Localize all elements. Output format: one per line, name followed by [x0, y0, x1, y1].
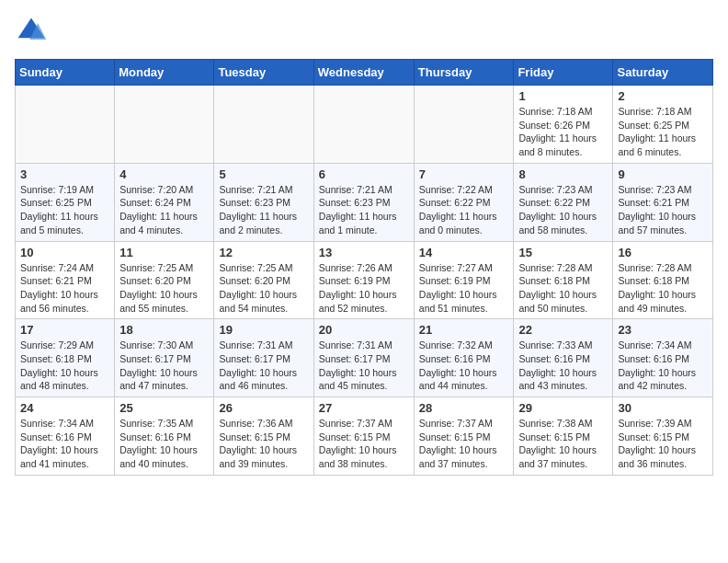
day-number: 7 — [419, 167, 509, 181]
day-number: 29 — [518, 401, 608, 415]
calendar-header-row: SundayMondayTuesdayWednesdayThursdayFrid… — [16, 60, 713, 86]
day-info: Sunrise: 7:20 AM Sunset: 6:24 PM Dayligh… — [119, 183, 209, 237]
calendar-cell — [115, 86, 214, 164]
day-number: 13 — [319, 246, 409, 259]
day-number: 9 — [618, 167, 708, 181]
day-info: Sunrise: 7:35 AM Sunset: 6:16 PM Dayligh… — [119, 417, 209, 471]
weekday-header: Tuesday — [214, 60, 313, 86]
calendar-cell: 13Sunrise: 7:26 AM Sunset: 6:19 PM Dayli… — [313, 241, 414, 319]
day-number: 8 — [518, 167, 608, 181]
weekday-header: Saturday — [613, 60, 713, 86]
day-number: 6 — [319, 167, 409, 181]
calendar-cell: 5Sunrise: 7:21 AM Sunset: 6:23 PM Daylig… — [214, 163, 313, 241]
calendar-cell — [214, 86, 313, 164]
weekday-header: Wednesday — [313, 60, 414, 86]
day-info: Sunrise: 7:31 AM Sunset: 6:17 PM Dayligh… — [219, 339, 308, 393]
day-number: 15 — [518, 246, 608, 259]
day-info: Sunrise: 7:37 AM Sunset: 6:15 PM Dayligh… — [319, 417, 409, 471]
calendar-cell: 10Sunrise: 7:24 AM Sunset: 6:21 PM Dayli… — [16, 241, 115, 319]
logo — [15, 15, 51, 48]
day-number: 28 — [419, 401, 509, 415]
day-number: 23 — [618, 323, 708, 337]
day-number: 3 — [20, 167, 109, 181]
calendar-cell: 9Sunrise: 7:23 AM Sunset: 6:21 PM Daylig… — [613, 163, 713, 241]
day-number: 4 — [119, 167, 209, 181]
day-number: 22 — [518, 323, 608, 337]
calendar-cell — [313, 86, 414, 164]
calendar-cell: 1Sunrise: 7:18 AM Sunset: 6:26 PM Daylig… — [514, 86, 613, 164]
day-info: Sunrise: 7:30 AM Sunset: 6:17 PM Dayligh… — [119, 339, 209, 393]
calendar-cell: 23Sunrise: 7:34 AM Sunset: 6:16 PM Dayli… — [613, 319, 713, 397]
calendar-cell: 28Sunrise: 7:37 AM Sunset: 6:15 PM Dayli… — [414, 397, 514, 476]
day-info: Sunrise: 7:25 AM Sunset: 6:20 PM Dayligh… — [219, 261, 308, 316]
calendar-cell: 25Sunrise: 7:35 AM Sunset: 6:16 PM Dayli… — [115, 397, 214, 476]
calendar-cell: 29Sunrise: 7:38 AM Sunset: 6:15 PM Dayli… — [514, 397, 613, 476]
day-number: 26 — [219, 401, 308, 415]
day-info: Sunrise: 7:21 AM Sunset: 6:23 PM Dayligh… — [219, 183, 308, 237]
day-info: Sunrise: 7:22 AM Sunset: 6:22 PM Dayligh… — [419, 183, 509, 237]
day-number: 10 — [20, 246, 109, 259]
day-number: 11 — [119, 246, 209, 259]
day-number: 5 — [219, 167, 308, 181]
calendar-cell: 15Sunrise: 7:28 AM Sunset: 6:18 PM Dayli… — [514, 241, 613, 319]
day-info: Sunrise: 7:18 AM Sunset: 6:26 PM Dayligh… — [518, 105, 608, 159]
weekday-header: Sunday — [16, 60, 115, 86]
calendar-cell: 19Sunrise: 7:31 AM Sunset: 6:17 PM Dayli… — [214, 319, 313, 397]
day-number: 19 — [219, 323, 308, 337]
calendar-cell: 20Sunrise: 7:31 AM Sunset: 6:17 PM Dayli… — [313, 319, 414, 397]
day-info: Sunrise: 7:28 AM Sunset: 6:18 PM Dayligh… — [518, 261, 608, 316]
day-info: Sunrise: 7:18 AM Sunset: 6:25 PM Dayligh… — [618, 105, 708, 159]
calendar-cell — [16, 86, 115, 164]
calendar-week-row: 3Sunrise: 7:19 AM Sunset: 6:25 PM Daylig… — [16, 163, 713, 241]
day-info: Sunrise: 7:19 AM Sunset: 6:25 PM Dayligh… — [20, 183, 109, 237]
calendar-cell: 2Sunrise: 7:18 AM Sunset: 6:25 PM Daylig… — [613, 86, 713, 164]
calendar-cell: 30Sunrise: 7:39 AM Sunset: 6:15 PM Dayli… — [613, 397, 713, 476]
day-number: 20 — [319, 323, 409, 337]
day-info: Sunrise: 7:28 AM Sunset: 6:18 PM Dayligh… — [618, 261, 708, 316]
day-info: Sunrise: 7:21 AM Sunset: 6:23 PM Dayligh… — [319, 183, 409, 237]
weekday-header: Thursday — [414, 60, 514, 86]
calendar-cell: 16Sunrise: 7:28 AM Sunset: 6:18 PM Dayli… — [613, 241, 713, 319]
calendar-cell: 11Sunrise: 7:25 AM Sunset: 6:20 PM Dayli… — [115, 241, 214, 319]
calendar-table: SundayMondayTuesdayWednesdayThursdayFrid… — [15, 59, 713, 476]
day-info: Sunrise: 7:33 AM Sunset: 6:16 PM Dayligh… — [518, 339, 608, 393]
calendar-cell: 4Sunrise: 7:20 AM Sunset: 6:24 PM Daylig… — [115, 163, 214, 241]
day-info: Sunrise: 7:24 AM Sunset: 6:21 PM Dayligh… — [20, 261, 109, 316]
page-header — [15, 15, 713, 48]
day-info: Sunrise: 7:38 AM Sunset: 6:15 PM Dayligh… — [518, 417, 608, 471]
weekday-header: Monday — [115, 60, 214, 86]
day-info: Sunrise: 7:34 AM Sunset: 6:16 PM Dayligh… — [20, 417, 109, 471]
day-info: Sunrise: 7:36 AM Sunset: 6:15 PM Dayligh… — [219, 417, 308, 471]
day-info: Sunrise: 7:25 AM Sunset: 6:20 PM Dayligh… — [119, 261, 209, 316]
day-info: Sunrise: 7:37 AM Sunset: 6:15 PM Dayligh… — [419, 417, 509, 471]
calendar-week-row: 10Sunrise: 7:24 AM Sunset: 6:21 PM Dayli… — [16, 241, 713, 319]
day-number: 27 — [319, 401, 409, 415]
day-info: Sunrise: 7:23 AM Sunset: 6:22 PM Dayligh… — [518, 183, 608, 237]
day-info: Sunrise: 7:23 AM Sunset: 6:21 PM Dayligh… — [618, 183, 708, 237]
day-info: Sunrise: 7:34 AM Sunset: 6:16 PM Dayligh… — [618, 339, 708, 393]
day-number: 30 — [618, 401, 708, 415]
calendar-cell: 12Sunrise: 7:25 AM Sunset: 6:20 PM Dayli… — [214, 241, 313, 319]
calendar-cell: 18Sunrise: 7:30 AM Sunset: 6:17 PM Dayli… — [115, 319, 214, 397]
day-number: 14 — [419, 246, 509, 259]
day-info: Sunrise: 7:39 AM Sunset: 6:15 PM Dayligh… — [618, 417, 708, 471]
calendar-week-row: 17Sunrise: 7:29 AM Sunset: 6:18 PM Dayli… — [16, 319, 713, 397]
day-info: Sunrise: 7:32 AM Sunset: 6:16 PM Dayligh… — [419, 339, 509, 393]
day-number: 24 — [20, 401, 109, 415]
day-number: 18 — [119, 323, 209, 337]
day-info: Sunrise: 7:31 AM Sunset: 6:17 PM Dayligh… — [319, 339, 409, 393]
day-number: 16 — [618, 246, 708, 259]
calendar-cell — [414, 86, 514, 164]
calendar-cell: 14Sunrise: 7:27 AM Sunset: 6:19 PM Dayli… — [414, 241, 514, 319]
day-number: 1 — [518, 89, 608, 103]
day-number: 2 — [618, 89, 708, 103]
day-number: 17 — [20, 323, 109, 337]
calendar-cell: 21Sunrise: 7:32 AM Sunset: 6:16 PM Dayli… — [414, 319, 514, 397]
calendar-cell: 24Sunrise: 7:34 AM Sunset: 6:16 PM Dayli… — [16, 397, 115, 476]
day-number: 12 — [219, 246, 308, 259]
calendar-cell: 17Sunrise: 7:29 AM Sunset: 6:18 PM Dayli… — [16, 319, 115, 397]
weekday-header: Friday — [514, 60, 613, 86]
day-info: Sunrise: 7:29 AM Sunset: 6:18 PM Dayligh… — [20, 339, 109, 393]
calendar-cell: 22Sunrise: 7:33 AM Sunset: 6:16 PM Dayli… — [514, 319, 613, 397]
calendar-cell: 26Sunrise: 7:36 AM Sunset: 6:15 PM Dayli… — [214, 397, 313, 476]
